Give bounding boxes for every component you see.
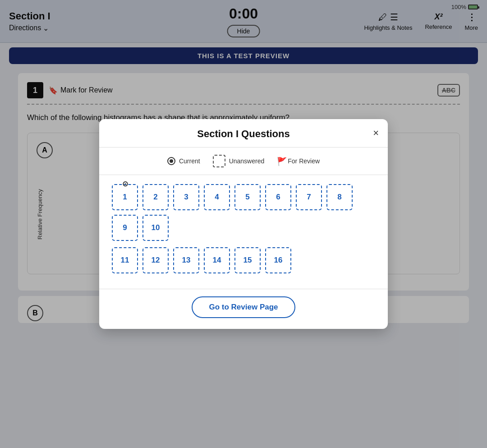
question-btn-8[interactable]: 8 <box>326 184 353 210</box>
question-btn-12[interactable]: 12 <box>142 247 169 273</box>
legend-review-item: 🚩 For Review <box>277 157 320 166</box>
modal-footer: Go to Review Page <box>99 289 388 329</box>
question-btn-10[interactable]: 10 <box>142 215 169 241</box>
questions-grid: ⊙ 1 2 3 4 5 6 7 8 9 10 11 12 13 14 15 16 <box>99 175 388 289</box>
question-btn-9[interactable]: 9 <box>112 215 138 241</box>
section-questions-modal: Section I Questions × Current Unanswered… <box>99 119 388 329</box>
question-btn-5[interactable]: 5 <box>234 184 261 210</box>
question-btn-14[interactable]: 14 <box>204 247 230 273</box>
question-btn-7[interactable]: 7 <box>296 184 322 210</box>
legend-current-label: Current <box>179 157 200 165</box>
question-btn-13[interactable]: 13 <box>173 247 199 273</box>
question-btn-6[interactable]: 6 <box>265 184 291 210</box>
modal-close-button[interactable]: × <box>373 127 379 139</box>
question-btn-16[interactable]: 16 <box>265 247 291 273</box>
question-btn-3[interactable]: 3 <box>173 184 199 210</box>
question-btn-15[interactable]: 15 <box>234 247 261 273</box>
questions-row-2: 11 12 13 14 15 16 <box>112 247 375 273</box>
modal-overlay[interactable]: Section I Questions × Current Unanswered… <box>0 0 487 448</box>
current-position-icon: ⊙ <box>122 180 128 188</box>
legend-current-item: Current <box>167 157 200 165</box>
review-icon: 🚩 <box>277 157 284 166</box>
unanswered-icon <box>213 155 225 167</box>
question-btn-2[interactable]: 2 <box>142 184 169 210</box>
question-btn-1[interactable]: ⊙ 1 <box>112 184 138 210</box>
legend-unanswered-label: Unanswered <box>229 157 265 165</box>
question-btn-4[interactable]: 4 <box>204 184 230 210</box>
legend-unanswered-item: Unanswered <box>213 155 265 167</box>
legend-review-label: For Review <box>288 157 320 165</box>
modal-title: Section I Questions <box>197 128 289 140</box>
go-to-review-button[interactable]: Go to Review Page <box>192 296 295 318</box>
modal-header: Section I Questions × <box>99 119 388 148</box>
questions-row-1: ⊙ 1 2 3 4 5 6 7 8 9 10 <box>112 184 375 241</box>
current-dot <box>170 159 173 163</box>
question-btn-11[interactable]: 11 <box>112 247 138 273</box>
current-icon <box>167 157 175 165</box>
modal-legend: Current Unanswered 🚩 For Review <box>99 148 388 175</box>
